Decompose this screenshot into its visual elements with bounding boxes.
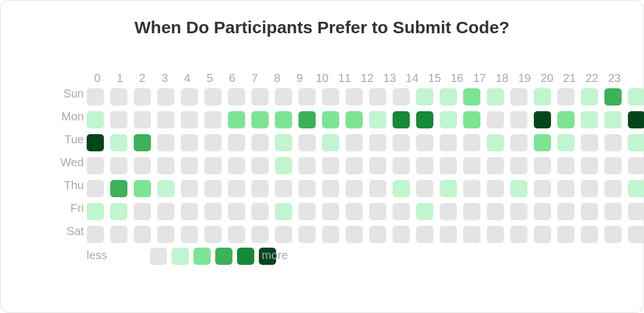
heatmap-cell [251, 157, 269, 174]
heatmap-cell [87, 226, 104, 243]
heatmap-cell [275, 180, 292, 197]
heatmap-cell [157, 88, 174, 105]
heatmap-cell [628, 134, 644, 151]
heatmap-cell [204, 88, 222, 105]
heatmap-cell [581, 88, 598, 105]
heatmap-cell [534, 134, 551, 151]
heatmap-cell [369, 134, 386, 151]
day-label: Tue [58, 133, 84, 146]
heatmap-cell [322, 111, 339, 128]
heatmap-cell [204, 203, 222, 220]
hour-label: 6 [222, 72, 243, 85]
heatmap-row [87, 225, 626, 244]
heatmap-cell [181, 134, 198, 151]
hour-label: 15 [424, 72, 445, 85]
heatmap-cell [87, 111, 104, 128]
heatmap-cell [298, 203, 316, 220]
heatmap-cell [628, 226, 644, 243]
heatmap-cell [416, 180, 433, 197]
heatmap-cell [228, 111, 245, 128]
hour-axis: 01234567891011121314151617181920212223 [87, 72, 626, 85]
heatmap-cell [157, 203, 174, 220]
heatmap-cell [393, 180, 410, 197]
heatmap-cell [628, 88, 644, 105]
heatmap-cell [487, 134, 504, 151]
day-label: Mon [58, 110, 84, 123]
hour-label: 9 [289, 72, 311, 85]
heatmap-cell [510, 157, 527, 174]
heatmap-cell [487, 226, 504, 243]
heatmap-row [87, 110, 626, 130]
heatmap-cell [604, 134, 622, 151]
heatmap-cell [510, 180, 527, 197]
heatmap-cell [181, 88, 198, 105]
heatmap-row [87, 87, 626, 107]
heatmap-cell [251, 88, 269, 105]
hour-label: 17 [469, 72, 490, 85]
heatmap-cell [298, 180, 316, 197]
heatmap-cell [87, 88, 104, 105]
legend-more-label: more [262, 249, 288, 262]
heatmap-cell [322, 226, 339, 243]
heatmap-cell [487, 180, 504, 197]
heatmap-cell [322, 134, 339, 151]
hour-label: 10 [312, 72, 333, 85]
heatmap-cell [440, 111, 457, 128]
heatmap-cell [463, 157, 480, 174]
heatmap-cell [604, 226, 622, 243]
heatmap-cell [181, 180, 198, 197]
heatmap-cell [275, 134, 292, 151]
day-label: Sat [58, 225, 84, 238]
heatmap-cell [534, 111, 551, 128]
heatmap-cell [393, 226, 410, 243]
heatmap-cell [510, 88, 527, 105]
heatmap-cell [487, 203, 504, 220]
day-label: Thu [58, 179, 84, 192]
heatmap-cell [487, 157, 504, 174]
heatmap-cell [581, 226, 598, 243]
heatmap-cell [440, 134, 457, 151]
heatmap-cell [298, 88, 316, 105]
heatmap-cell [463, 134, 480, 151]
heatmap-cell [298, 134, 316, 151]
heatmap-cell [322, 157, 339, 174]
heatmap-cell [604, 157, 622, 174]
heatmap-row [87, 133, 626, 152]
legend: lessmore [87, 248, 626, 267]
heatmap-cell [134, 157, 151, 174]
heatmap-cell [440, 88, 457, 105]
heatmap-cell [110, 157, 127, 174]
heatmap-cell [204, 134, 222, 151]
heatmap-cell [369, 111, 386, 128]
hour-label: 14 [401, 72, 422, 85]
heatmap-cell [557, 134, 575, 151]
heatmap-cell [557, 111, 575, 128]
heatmap-grid: 01234567891011121314151617181920212223 S… [87, 72, 626, 267]
heatmap-cell [134, 226, 151, 243]
heatmap-cell [87, 203, 104, 220]
heatmap-cell [581, 134, 598, 151]
heatmap-cell [134, 111, 151, 128]
hour-label: 18 [491, 72, 513, 85]
heatmap-cell [628, 111, 644, 128]
heatmap-cell [534, 180, 551, 197]
hour-label: 13 [379, 72, 400, 85]
heatmap-cell [298, 111, 316, 128]
heatmap-cell [157, 226, 174, 243]
heatmap-cell [534, 88, 551, 105]
heatmap-cell [181, 157, 198, 174]
heatmap-cell [393, 88, 410, 105]
heatmap-cell [393, 203, 410, 220]
heatmap-cell [346, 157, 363, 174]
heatmap-cell [157, 157, 174, 174]
day-label: Fri [58, 202, 84, 215]
hour-label: 1 [109, 72, 130, 85]
heatmap-row [87, 202, 626, 221]
heatmap-cell [416, 157, 433, 174]
hour-label: 7 [244, 72, 265, 85]
heatmap-row [87, 156, 626, 175]
heatmap-cell [510, 203, 527, 220]
heatmap-cell [393, 157, 410, 174]
heatmap-cell [110, 88, 127, 105]
heatmap-cell [251, 111, 269, 128]
